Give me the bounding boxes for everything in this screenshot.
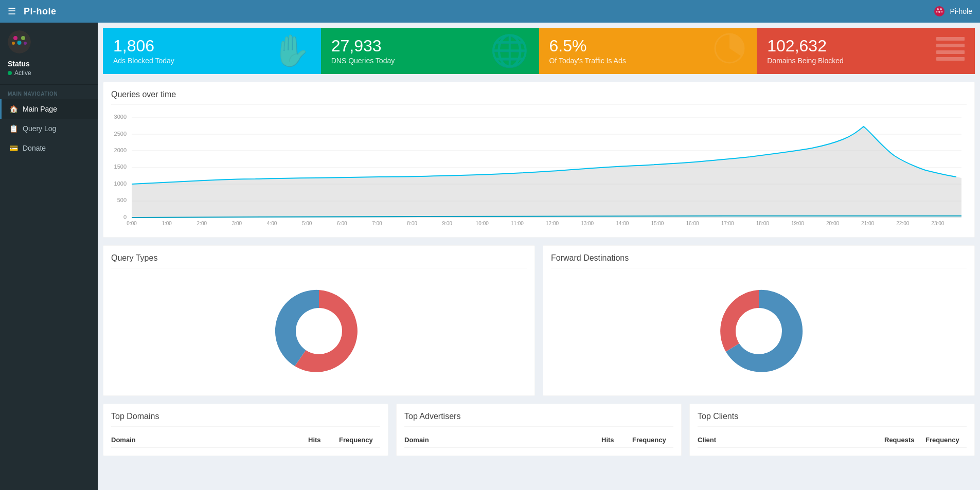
brand-title: Pi-hole — [24, 6, 57, 17]
queries-line-chart: 3000 2500 2000 1500 1000 500 0 — [111, 111, 967, 229]
top-domains-col-hits: Hits — [308, 436, 339, 444]
svg-text:6:00: 6:00 — [337, 221, 347, 226]
hamburger-icon[interactable]: ☰ — [8, 6, 16, 17]
globe-icon: 🌐 — [490, 35, 529, 66]
stat-card-ads-blocked: 1,806 Ads Blocked Today ✋ — [103, 28, 321, 74]
svg-point-10 — [12, 42, 15, 45]
svg-text:15:00: 15:00 — [651, 221, 664, 226]
sidebar-item-main-page[interactable]: 🏠 Main Page — [0, 99, 98, 119]
svg-text:12:00: 12:00 — [546, 221, 559, 226]
pie-icon — [713, 32, 746, 70]
svg-text:2:00: 2:00 — [197, 221, 207, 226]
svg-point-56 — [736, 308, 782, 354]
top-domains-col-domain: Domain — [111, 436, 308, 444]
svg-text:8:00: 8:00 — [407, 221, 417, 226]
status-dot — [8, 71, 12, 75]
svg-point-4 — [936, 11, 938, 13]
top-clients-section: Top Clients Client Requests Frequency — [689, 404, 975, 456]
query-types-chart — [111, 275, 527, 388]
top-clients-col-frequency: Frequency — [925, 436, 967, 444]
sidebar-label-donate: Donate — [23, 144, 46, 152]
svg-point-3 — [938, 11, 940, 13]
svg-text:1000: 1000 — [114, 180, 127, 187]
top-domains-header: Domain Hits Frequency — [111, 433, 380, 448]
user-label: Pi-hole — [950, 7, 972, 15]
svg-text:19:00: 19:00 — [791, 221, 804, 226]
svg-point-1 — [937, 8, 939, 10]
top-advertisers-section: Top Advertisers Domain Hits Frequency — [396, 404, 682, 456]
svg-text:5:00: 5:00 — [302, 221, 312, 226]
sidebar-label-main-page: Main Page — [23, 105, 57, 113]
sidebar-status: Active — [8, 69, 90, 77]
queries-chart-title: Queries over time — [111, 90, 967, 105]
svg-text:20:00: 20:00 — [826, 221, 839, 226]
sidebar-item-donate[interactable]: 💳 Donate — [0, 138, 98, 158]
forward-destinations-chart — [551, 275, 967, 388]
svg-text:23:00: 23:00 — [931, 221, 944, 226]
forward-destinations-title: Forward Destinations — [551, 253, 967, 268]
svg-text:2000: 2000 — [114, 147, 127, 153]
svg-text:21:00: 21:00 — [861, 221, 874, 226]
top-advertisers-col-hits: Hits — [601, 436, 632, 444]
svg-rect-15 — [936, 50, 965, 54]
top-clients-header: Client Requests Frequency — [698, 433, 967, 448]
svg-text:0:00: 0:00 — [127, 221, 137, 226]
svg-point-11 — [24, 42, 27, 45]
sidebar-username: Status — [8, 60, 90, 68]
queries-chart-container: 3000 2500 2000 1500 1000 500 0 — [111, 111, 967, 229]
svg-text:11:00: 11:00 — [511, 221, 524, 226]
svg-rect-13 — [936, 37, 965, 41]
top-clients-col-client: Client — [698, 436, 884, 444]
svg-rect-14 — [936, 44, 965, 47]
tables-row: Top Domains Domain Hits Frequency Top Ad… — [103, 404, 975, 456]
svg-text:14:00: 14:00 — [616, 221, 629, 226]
svg-text:10:00: 10:00 — [476, 221, 489, 226]
sidebar-user-panel: Status Active — [0, 23, 98, 85]
hand-icon: ✋ — [272, 35, 311, 66]
stat-card-traffic-ads: 6.5% Of Today's Traffic Is Ads — [539, 28, 757, 74]
svg-text:3000: 3000 — [114, 114, 127, 120]
svg-text:9:00: 9:00 — [442, 221, 452, 226]
svg-text:2500: 2500 — [114, 131, 127, 137]
svg-point-9 — [17, 41, 22, 45]
top-clients-title: Top Clients — [698, 412, 967, 427]
forward-destinations-section: Forward Destinations — [543, 245, 975, 396]
stat-card-dns-queries: 27,933 DNS Queries Today 🌐 — [321, 28, 539, 74]
svg-text:18:00: 18:00 — [756, 221, 769, 226]
home-icon: 🏠 — [9, 105, 17, 113]
top-advertisers-title: Top Advertisers — [404, 412, 673, 427]
top-advertisers-col-frequency: Frequency — [632, 436, 673, 444]
svg-point-2 — [940, 8, 942, 10]
stat-card-domains-blocked: 102,632 Domains Being Blocked — [757, 28, 975, 74]
nav-section-label: MAIN NAVIGATION — [0, 85, 98, 99]
top-advertisers-col-domain: Domain — [404, 436, 601, 444]
top-domains-col-frequency: Frequency — [339, 436, 380, 444]
svg-point-7 — [13, 36, 17, 40]
sidebar-item-query-log[interactable]: 📋 Query Log — [0, 119, 98, 138]
svg-text:1:00: 1:00 — [162, 221, 172, 226]
donate-icon: 💳 — [9, 144, 17, 152]
svg-point-5 — [941, 11, 943, 13]
query-types-section: Query Types — [103, 245, 535, 396]
query-types-title: Query Types — [111, 253, 527, 268]
svg-text:17:00: 17:00 — [721, 221, 734, 226]
top-nav-right: Pi-hole — [933, 5, 972, 17]
top-clients-col-requests: Requests — [884, 436, 925, 444]
svg-text:4:00: 4:00 — [267, 221, 277, 226]
list-icon: 📋 — [9, 124, 17, 133]
svg-text:3:00: 3:00 — [232, 221, 242, 226]
svg-point-55 — [296, 308, 342, 354]
svg-text:1500: 1500 — [114, 164, 127, 170]
svg-text:22:00: 22:00 — [896, 221, 909, 226]
raspberry-icon — [933, 5, 946, 17]
avatar — [8, 30, 31, 53]
query-types-donut — [268, 280, 370, 383]
content-area: 1,806 Ads Blocked Today ✋ 27,933 DNS Que… — [98, 23, 980, 490]
pie-charts-row: Query Types Forward Destinations — [103, 245, 975, 396]
status-text: Active — [14, 69, 31, 77]
svg-text:16:00: 16:00 — [686, 221, 699, 226]
svg-text:13:00: 13:00 — [581, 221, 594, 226]
main-layout: Status Active MAIN NAVIGATION 🏠 Main Pag… — [0, 23, 980, 490]
svg-rect-16 — [936, 57, 965, 61]
top-domains-section: Top Domains Domain Hits Frequency — [103, 404, 388, 456]
